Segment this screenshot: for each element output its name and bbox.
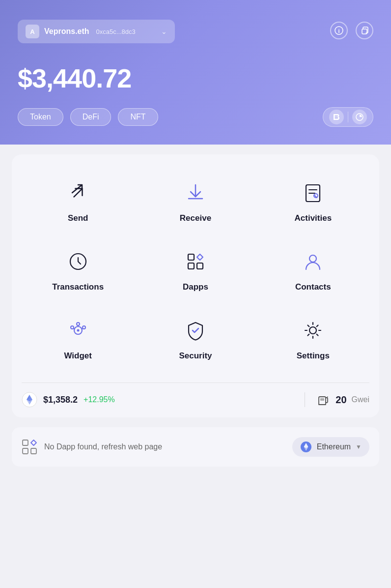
svg-rect-31 (23, 440, 28, 445)
settings-icon (299, 317, 327, 344)
ethereum-network-logo (300, 441, 312, 453)
svg-rect-32 (23, 448, 28, 454)
security-label: Security (179, 351, 212, 361)
network-selector[interactable]: Ethereum ▼ (292, 437, 369, 457)
svg-point-15 (77, 329, 79, 332)
partner-logo-chart (352, 110, 367, 124)
eth-ticker[interactable]: $1,358.2 +12.95% (22, 392, 293, 408)
tab-nft[interactable]: NFT (118, 108, 158, 126)
contacts-label: Contacts (295, 282, 331, 292)
contacts-icon (299, 248, 327, 275)
activities-icon (299, 179, 327, 206)
svg-point-17 (83, 326, 85, 329)
svg-rect-10 (188, 254, 194, 260)
ticker-divider (305, 392, 305, 407)
eth-change: +12.95% (84, 395, 115, 404)
activities-label: Activities (295, 213, 332, 223)
send-icon (64, 179, 92, 206)
receive-icon (182, 179, 209, 206)
dapps-label: Dapps (183, 282, 208, 292)
tab-defi[interactable]: DeFi (70, 108, 112, 126)
transactions-icon (64, 248, 92, 275)
svg-point-18 (71, 326, 74, 329)
widget-button[interactable]: Widget (22, 307, 134, 371)
tabs-row: Token DeFi NFT (18, 107, 373, 127)
svg-rect-11 (188, 263, 194, 269)
svg-point-16 (77, 323, 80, 325)
header-section: A Veprons.eth 0xca5c...8dc3 ⌄ i $3,440.7… (0, 0, 391, 145)
bottom-bar: No Dapp found, refresh web page Ethereum… (12, 427, 379, 467)
header-action-icons: i (330, 22, 373, 39)
send-button[interactable]: Send (22, 169, 134, 233)
receive-label: Receive (180, 213, 211, 223)
tab-token[interactable]: Token (18, 108, 63, 126)
actions-grid: Send Receive (22, 169, 369, 371)
dapp-grid-icon (22, 439, 37, 455)
wallet-balance: $3,440.72 (18, 63, 373, 93)
contacts-button[interactable]: Contacts (257, 238, 369, 302)
network-chevron-icon: ▼ (356, 443, 362, 450)
partner-logos[interactable] (323, 107, 373, 127)
dapps-icon (182, 248, 209, 275)
settings-label: Settings (297, 351, 330, 361)
gas-unit: Gwei (352, 395, 369, 404)
settings-button[interactable]: Settings (257, 307, 369, 371)
wallet-name: Veprons.eth (44, 27, 89, 36)
wallet-address: 0xca5c...8dc3 (96, 28, 136, 35)
svg-rect-12 (197, 263, 203, 269)
transactions-button[interactable]: Transactions (22, 238, 134, 302)
widget-icon (64, 317, 92, 344)
eth-price: $1,358.2 (43, 395, 78, 405)
wallet-avatar: A (26, 25, 39, 38)
network-name: Ethereum (317, 442, 351, 451)
svg-rect-29 (320, 398, 324, 401)
send-label: Send (68, 213, 88, 223)
copy-button[interactable] (356, 22, 373, 39)
main-card: Send Receive (12, 154, 379, 417)
security-button[interactable]: Security (139, 307, 251, 371)
svg-line-21 (73, 329, 74, 329)
transactions-label: Transactions (52, 282, 104, 292)
ticker-row: $1,358.2 +12.95% 20 Gwei (22, 382, 369, 408)
svg-rect-33 (31, 448, 36, 454)
gas-value: 20 (335, 394, 346, 406)
svg-line-20 (82, 329, 83, 329)
widget-label: Widget (64, 351, 92, 361)
partner-divider (348, 112, 348, 122)
gas-icon (317, 393, 331, 407)
partner-logo-b (329, 110, 344, 124)
activities-button[interactable]: Activities (257, 169, 369, 233)
dapps-button[interactable]: Dapps (139, 238, 251, 302)
svg-text:i: i (338, 28, 339, 34)
gas-ticker: 20 Gwei (317, 393, 369, 407)
receive-button[interactable]: Receive (139, 169, 251, 233)
svg-point-13 (309, 255, 316, 262)
security-icon (182, 317, 209, 344)
info-button[interactable]: i (330, 22, 348, 39)
chevron-down-icon: ⌄ (161, 28, 167, 35)
address-bar[interactable]: A Veprons.eth 0xca5c...8dc3 ⌄ (18, 20, 175, 43)
svg-point-22 (309, 327, 316, 334)
no-dapp-message: No Dapp found, refresh web page (44, 442, 285, 451)
